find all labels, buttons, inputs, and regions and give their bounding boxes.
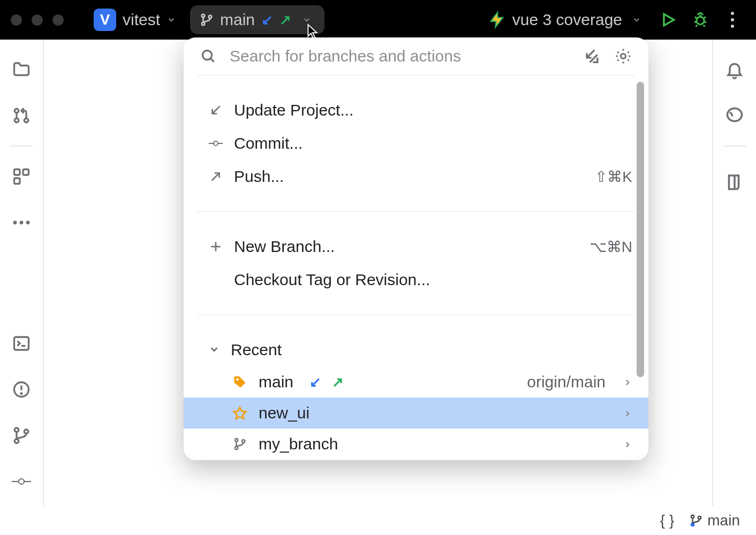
svg-point-31 — [202, 50, 211, 59]
problems-tool-icon[interactable] — [11, 379, 32, 400]
svg-rect-13 — [14, 178, 20, 184]
incoming-arrow-icon: ↙ — [309, 374, 321, 391]
git-branch-icon — [689, 513, 703, 529]
svg-point-1 — [202, 22, 205, 25]
chevron-down-icon — [302, 15, 312, 25]
vcs-tool-icon[interactable] — [11, 425, 32, 446]
svg-point-6 — [731, 18, 734, 21]
svg-point-10 — [24, 118, 28, 123]
svg-point-7 — [731, 25, 734, 28]
svg-line-34 — [213, 106, 220, 113]
branch-selector[interactable]: main ↙ ↗ — [190, 5, 324, 34]
svg-point-24 — [24, 430, 28, 434]
code-style-indicator[interactable]: { } — [660, 512, 674, 529]
svg-point-41 — [236, 378, 239, 381]
terminal-tool-icon[interactable] — [11, 333, 32, 354]
database-tool-icon[interactable] — [724, 171, 745, 193]
incoming-arrow-icon: ↙ — [261, 12, 273, 28]
branch-name-label: new_ui — [259, 404, 309, 422]
project-name: vitest — [123, 11, 160, 29]
action-commit[interactable]: Commit... — [184, 127, 648, 160]
search-input[interactable] — [230, 47, 570, 65]
action-update-project[interactable]: Update Project... — [184, 94, 648, 127]
git-branches-popup: Update Project... Commit... Push... ⇧⌘K … — [184, 37, 648, 460]
branch-name-label: my_branch — [259, 435, 338, 453]
blank-icon — [208, 272, 223, 287]
action-checkout-tag[interactable]: Checkout Tag or Revision... — [184, 263, 648, 296]
action-push[interactable]: Push... ⇧⌘K — [184, 160, 648, 193]
commit-icon — [208, 136, 223, 151]
section-label: Recent — [231, 341, 282, 359]
action-label: Checkout Tag or Revision... — [234, 271, 430, 289]
window-controls — [11, 14, 64, 26]
svg-point-0 — [202, 14, 205, 17]
notifications-tool-icon[interactable] — [724, 59, 745, 80]
run-config-name: vue 3 coverage — [512, 11, 622, 29]
debug-button[interactable] — [687, 7, 713, 33]
project-selector[interactable]: V vitest — [86, 5, 184, 34]
chevron-down-icon — [208, 341, 220, 359]
popup-search-row — [184, 37, 648, 75]
shortcut-label: ⇧⌘K — [595, 168, 632, 186]
git-branch-icon — [200, 12, 214, 28]
svg-point-29 — [691, 523, 694, 526]
branch-row-new-ui[interactable]: new_ui — [184, 398, 648, 429]
status-branch-indicator[interactable]: main — [689, 512, 740, 529]
git-commit-tool-icon[interactable] — [11, 471, 32, 492]
more-menu-button[interactable] — [720, 7, 745, 33]
run-configuration-selector[interactable]: vue 3 coverage — [480, 7, 649, 32]
chevron-down-icon — [632, 15, 641, 25]
svg-point-28 — [691, 515, 694, 518]
lightning-icon — [488, 11, 506, 29]
chevron-right-icon — [623, 373, 632, 391]
svg-point-22 — [14, 428, 19, 432]
top-bar: V vitest main ↙ ↗ vue 3 coverage — [0, 0, 756, 40]
section-recent[interactable]: Recent — [184, 333, 648, 366]
status-branch-name: main — [707, 512, 740, 529]
svg-point-25 — [19, 479, 24, 484]
run-button[interactable] — [655, 7, 681, 33]
action-label: Commit... — [234, 134, 303, 152]
fetch-icon[interactable] — [583, 47, 601, 65]
tag-icon — [232, 374, 248, 390]
svg-line-38 — [211, 173, 219, 181]
popup-scrollbar[interactable] — [637, 82, 644, 377]
git-branch-icon — [232, 436, 248, 452]
outgoing-arrow-icon: ↗ — [332, 374, 344, 391]
svg-point-5 — [731, 12, 734, 15]
svg-point-16 — [26, 221, 30, 225]
svg-point-44 — [235, 447, 238, 449]
action-new-branch[interactable]: New Branch... ⌥⌘N — [184, 230, 648, 263]
branch-row-my-branch[interactable]: my_branch — [184, 429, 648, 460]
branch-row-main[interactable]: main ↙ ↗ origin/main — [184, 366, 648, 398]
chevron-down-icon — [167, 15, 176, 25]
svg-marker-42 — [234, 408, 246, 419]
outgoing-arrow-icon: ↗ — [279, 12, 291, 28]
svg-point-8 — [14, 109, 19, 113]
ai-tool-icon[interactable] — [724, 105, 745, 126]
pull-requests-tool-icon[interactable] — [11, 105, 32, 126]
status-bar: { } main — [0, 506, 756, 535]
svg-point-43 — [235, 439, 238, 441]
svg-marker-3 — [664, 14, 674, 25]
star-icon — [232, 405, 248, 421]
popup-body: Update Project... Commit... Push... ⇧⌘K … — [184, 75, 648, 460]
project-tool-icon[interactable] — [11, 59, 32, 80]
chevron-right-icon — [623, 435, 632, 453]
close-window-icon[interactable] — [11, 14, 22, 26]
minimize-window-icon[interactable] — [32, 14, 43, 26]
gear-icon[interactable] — [614, 47, 632, 65]
svg-point-2 — [209, 16, 211, 18]
structure-tool-icon[interactable] — [11, 166, 32, 187]
branch-name-label: main — [259, 373, 293, 391]
section-local[interactable]: Local — [184, 460, 648, 460]
more-tools-icon[interactable] — [11, 212, 32, 233]
action-label: New Branch... — [234, 238, 335, 256]
svg-point-14 — [13, 221, 17, 225]
svg-rect-17 — [14, 337, 29, 350]
right-toolbar — [712, 40, 756, 506]
svg-point-30 — [698, 516, 701, 519]
branch-name: main — [220, 11, 255, 29]
zoom-window-icon[interactable] — [52, 14, 64, 26]
svg-point-15 — [20, 221, 24, 225]
